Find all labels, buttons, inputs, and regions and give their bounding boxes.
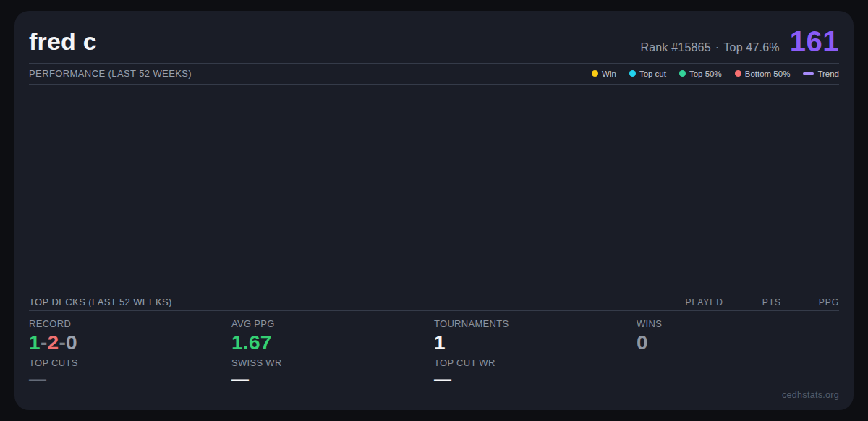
rank-summary: Rank #15865·Top 47.6% 161 xyxy=(640,27,839,56)
legend-label: Win xyxy=(602,69,616,78)
rank-text: Rank #15865·Top 47.6% xyxy=(640,41,779,54)
legend-item-trend[interactable]: Trend xyxy=(803,69,839,78)
legend-label: Bottom 50% xyxy=(745,69,791,78)
record-draws: 0 xyxy=(66,331,77,354)
card-header: fred c Rank #15865·Top 47.6% 161 xyxy=(29,27,839,64)
top-cuts-value: — xyxy=(29,368,231,390)
top-cut-wr-value: — xyxy=(434,368,637,390)
record-separator: - xyxy=(59,331,66,354)
player-score: 161 xyxy=(790,27,839,56)
top-percent-label: Top 47.6% xyxy=(723,41,779,54)
wins-value: 0 xyxy=(637,331,839,354)
trend-line-icon xyxy=(803,72,814,75)
watermark: cedhstats.org xyxy=(782,390,839,400)
column-header-pts: PTS xyxy=(723,297,781,307)
performance-section-title: PERFORMANCE (LAST 52 WEEKS) xyxy=(29,68,192,79)
stat-column-avg-ppg: AVG PPG 1.67 SWISS WR — xyxy=(231,318,434,390)
player-name: fred c xyxy=(29,27,97,56)
rank-label: Rank #15865 xyxy=(640,41,710,54)
stat-column-record: RECORD 1-2-0 TOP CUTS — xyxy=(29,318,231,390)
legend-item-win[interactable]: Win xyxy=(592,69,616,78)
column-header-ppg: PPG xyxy=(781,297,839,307)
top-decks-section-header: TOP DECKS (LAST 52 WEEKS) PLAYED PTS PPG xyxy=(29,291,839,311)
legend-label: Top cut xyxy=(639,69,666,78)
avg-ppg-value: 1.67 xyxy=(231,331,434,354)
record-separator: - xyxy=(41,331,48,354)
rank-separator: · xyxy=(715,41,720,54)
win-dot-icon xyxy=(592,70,598,77)
avg-ppg-label: AVG PPG xyxy=(231,318,434,329)
stat-column-tournaments: TOURNAMENTS 1 TOP CUT WR — xyxy=(434,318,637,390)
record-label: RECORD xyxy=(29,318,231,329)
legend-item-top-cut[interactable]: Top cut xyxy=(629,69,666,78)
top-cut-wr-label: TOP CUT WR xyxy=(434,357,637,368)
chart-legend: Win Top cut Top 50% Bottom 50% Trend xyxy=(592,69,839,78)
record-losses: 2 xyxy=(48,331,59,354)
performance-chart xyxy=(29,85,839,291)
tournaments-label: TOURNAMENTS xyxy=(434,318,637,329)
top-50-dot-icon xyxy=(679,70,686,77)
legend-item-top-50[interactable]: Top 50% xyxy=(679,69,722,78)
top-cut-dot-icon xyxy=(629,70,636,77)
performance-section-header: PERFORMANCE (LAST 52 WEEKS) Win Top cut … xyxy=(29,64,839,85)
top-cuts-label: TOP CUTS xyxy=(29,357,231,368)
legend-label: Trend xyxy=(817,69,839,78)
tournaments-value: 1 xyxy=(434,331,637,354)
record-wins: 1 xyxy=(29,331,41,354)
legend-label: Top 50% xyxy=(689,69,722,78)
record-value: 1-2-0 xyxy=(29,331,231,354)
player-stats-card: fred c Rank #15865·Top 47.6% 161 PERFORM… xyxy=(14,11,854,410)
column-header-played: PLAYED xyxy=(629,297,723,307)
swiss-wr-label: SWISS WR xyxy=(231,357,434,368)
bottom-50-dot-icon xyxy=(735,70,741,77)
swiss-wr-value: — xyxy=(231,368,434,390)
stat-column-wins: WINS 0 xyxy=(637,318,839,390)
legend-item-bottom-50[interactable]: Bottom 50% xyxy=(735,69,791,78)
stats-grid: RECORD 1-2-0 TOP CUTS — AVG PPG 1.67 SWI… xyxy=(29,311,839,390)
wins-label: WINS xyxy=(637,318,839,329)
top-decks-section-title: TOP DECKS (LAST 52 WEEKS) xyxy=(29,297,172,307)
deck-table-headers: PLAYED PTS PPG xyxy=(629,297,839,307)
